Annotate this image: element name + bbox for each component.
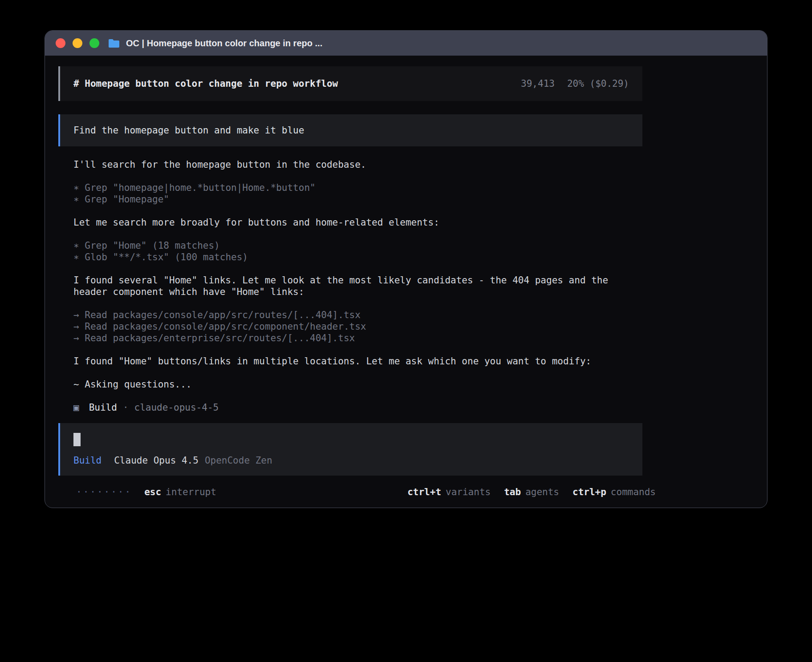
tool-call-line: → Read packages/console/app/src/componen… bbox=[73, 321, 642, 332]
tool-asterisk-icon: ∗ bbox=[73, 252, 79, 262]
user-message-text: Find the homepage button and make it blu… bbox=[73, 125, 304, 136]
hint-commands: ctrl+pcommands bbox=[572, 486, 656, 498]
tool-call-group: ∗ Grep "Home" (18 matches) ∗ Glob "**/*.… bbox=[73, 240, 642, 263]
assistant-message: I found "Home" buttons/links in multiple… bbox=[73, 355, 642, 367]
spinner-dots: ········ bbox=[76, 486, 132, 498]
tool-asterisk-icon: ∗ bbox=[73, 182, 79, 193]
assistant-text-line: Let me search more broadly for buttons a… bbox=[73, 217, 642, 228]
tool-asterisk-icon: ∗ bbox=[73, 240, 79, 251]
tool-call-line: ∗ Glob "**/*.tsx" (100 matches) bbox=[73, 251, 642, 263]
esc-key: esc bbox=[144, 487, 161, 497]
agent-mode-label[interactable]: Build bbox=[73, 455, 102, 466]
tool-call-text: Read packages/enterprise/src/routes/[...… bbox=[85, 333, 355, 343]
tool-call-text: Grep "Home" (18 matches) bbox=[85, 240, 219, 251]
hint-interrupt: escinterrupt bbox=[144, 486, 216, 498]
hint-variants: ctrl+tvariants bbox=[407, 486, 491, 498]
assistant-message: Let me search more broadly for buttons a… bbox=[73, 217, 642, 228]
model-id: claude-opus-4-5 bbox=[134, 402, 219, 413]
tool-call-group: → Read packages/console/app/src/routes/[… bbox=[73, 309, 642, 344]
tool-asterisk-icon: ∗ bbox=[73, 194, 79, 205]
status-bar: ········ escinterrupt ctrl+tvariants tab… bbox=[72, 486, 656, 498]
ctrl-p-key: ctrl+p bbox=[572, 487, 606, 497]
terminal-window: OC | Homepage button color change in rep… bbox=[45, 30, 767, 508]
tool-call-text: Read packages/console/app/src/component/… bbox=[85, 321, 366, 332]
session-title: # Homepage button color change in repo w… bbox=[73, 78, 338, 89]
tool-call-line: → Read packages/console/app/src/routes/[… bbox=[73, 309, 642, 321]
hint-agents: tabagents bbox=[504, 486, 559, 498]
tool-call-text: Read packages/console/app/src/routes/[..… bbox=[85, 310, 361, 320]
assistant-message: ~ Asking questions... bbox=[73, 379, 642, 390]
conversation-transcript: I'll search for the homepage button in t… bbox=[58, 159, 642, 413]
tool-call-line: ∗ Grep "Home" (18 matches) bbox=[73, 240, 642, 251]
separator-dot: · bbox=[123, 402, 129, 413]
window-titlebar[interactable]: OC | Homepage button color change in rep… bbox=[45, 31, 767, 56]
hint-label: interrupt bbox=[166, 487, 216, 497]
session-stats: 39,413 20% ($0.29) bbox=[521, 78, 629, 89]
traffic-lights bbox=[56, 38, 99, 48]
arrow-right-icon: → bbox=[73, 321, 79, 332]
text-cursor bbox=[73, 433, 81, 446]
session-header: # Homepage button color change in repo w… bbox=[58, 66, 642, 101]
tool-call-text: Glob "**/*.tsx" (100 matches) bbox=[85, 252, 248, 262]
arrow-right-icon: → bbox=[73, 310, 79, 320]
assistant-message: I found several "Home" links. Let me loo… bbox=[73, 274, 642, 298]
tool-call-line: ∗ Grep "homepage|home.*button|Home.*butt… bbox=[73, 182, 642, 194]
context-usage: 20% ($0.29) bbox=[567, 78, 629, 89]
folder-icon bbox=[108, 38, 120, 48]
provider-label: OpenCode Zen bbox=[205, 455, 272, 466]
hint-label: commands bbox=[611, 487, 656, 497]
assistant-text-line: ~ Asking questions... bbox=[73, 379, 642, 390]
minimize-window-button[interactable] bbox=[73, 38, 82, 48]
maximize-window-button[interactable] bbox=[89, 38, 99, 48]
status-bar-left: ········ escinterrupt bbox=[72, 486, 216, 498]
hint-label: variants bbox=[446, 487, 491, 497]
agent-status-line: ▣ Build · claude-opus-4-5 bbox=[73, 402, 642, 413]
tool-call-text: Grep "homepage|home.*button|Home.*button… bbox=[85, 182, 315, 193]
status-bar-right: ctrl+tvariants tabagents ctrl+pcommands bbox=[407, 486, 656, 498]
assistant-text-line: I'll search for the homepage button in t… bbox=[73, 159, 642, 170]
tool-call-line: → Read packages/enterprise/src/routes/[.… bbox=[73, 332, 642, 344]
input-meta-row: BuildClaude Opus 4.5OpenCode Zen bbox=[73, 455, 629, 466]
model-label[interactable]: Claude Opus 4.5 bbox=[114, 455, 199, 466]
user-message: Find the homepage button and make it blu… bbox=[58, 114, 642, 146]
assistant-text-line: I found "Home" buttons/links in multiple… bbox=[73, 355, 642, 367]
tab-key: tab bbox=[504, 487, 521, 497]
window-title: OC | Homepage button color change in rep… bbox=[126, 38, 322, 48]
agent-name: Build bbox=[89, 402, 117, 413]
arrow-right-icon: → bbox=[73, 333, 79, 343]
token-count: 39,413 bbox=[521, 78, 555, 89]
prompt-input[interactable]: BuildClaude Opus 4.5OpenCode Zen bbox=[58, 423, 642, 476]
tool-call-text: Grep "Homepage" bbox=[85, 194, 169, 205]
hint-label: agents bbox=[525, 487, 559, 497]
assistant-message: I'll search for the homepage button in t… bbox=[73, 159, 642, 170]
ctrl-t-key: ctrl+t bbox=[407, 487, 441, 497]
assistant-text-line: I found several "Home" links. Let me loo… bbox=[73, 274, 642, 298]
tool-call-line: ∗ Grep "Homepage" bbox=[73, 194, 642, 205]
close-window-button[interactable] bbox=[56, 38, 65, 48]
tool-call-group: ∗ Grep "homepage|home.*button|Home.*butt… bbox=[73, 182, 642, 205]
agent-icon: ▣ bbox=[73, 402, 79, 413]
